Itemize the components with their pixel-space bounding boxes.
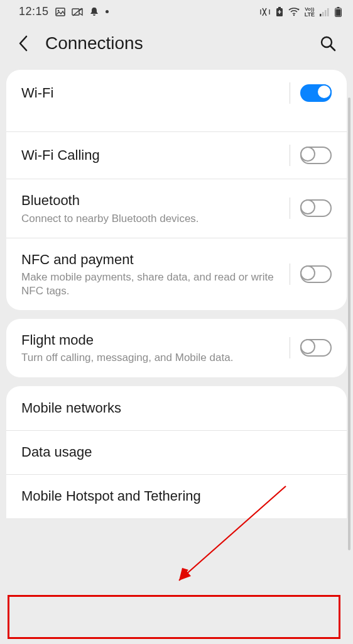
camera-off-icon — [72, 8, 83, 16]
annotation-highlight-box — [8, 595, 340, 639]
svg-marker-18 — [179, 568, 188, 580]
setting-nfc[interactable]: NFC and payment Make mobile payments, sh… — [6, 238, 347, 310]
svg-rect-11 — [327, 8, 329, 16]
svg-rect-5 — [278, 7, 281, 8]
setting-title: Mobile Hotspot and Tethering — [21, 487, 324, 505]
svg-line-3 — [73, 8, 82, 16]
setting-wifi-calling[interactable]: Wi-Fi Calling — [6, 131, 347, 179]
setting-subtitle: Turn off calling, messaging, and Mobile … — [21, 351, 282, 364]
status-bar: 12:15 + Vo))LTE — [0, 0, 353, 21]
status-left: 12:15 — [19, 5, 109, 18]
svg-rect-2 — [72, 9, 79, 15]
setting-title: Wi-Fi — [21, 84, 282, 102]
search-icon — [320, 35, 336, 52]
setting-subtitle: Connect to nearby Bluetooth devices. — [21, 212, 282, 225]
chevron-left-icon — [18, 35, 29, 52]
setting-title: Flight mode — [21, 331, 282, 349]
setting-title: Mobile networks — [21, 399, 324, 417]
svg-line-16 — [330, 46, 335, 50]
svg-rect-10 — [325, 10, 327, 16]
status-time: 12:15 — [19, 5, 49, 18]
battery-icon — [335, 7, 342, 17]
header: Connections — [0, 21, 353, 70]
signal-icon — [320, 8, 330, 16]
svg-point-1 — [57, 9, 59, 11]
setting-wifi[interactable]: Wi-Fi — [6, 70, 347, 131]
setting-subtitle: Make mobile payments, share data, and re… — [21, 270, 282, 297]
back-button[interactable] — [14, 34, 33, 53]
settings-group: Flight mode Turn off calling, messaging,… — [6, 319, 347, 377]
image-icon — [55, 7, 65, 17]
svg-point-6 — [293, 14, 294, 15]
scrollbar[interactable] — [348, 97, 350, 550]
wifi-icon: + — [288, 8, 300, 16]
settings-content: Wi-Fi Wi-Fi Calling Bluetooth Connect to… — [0, 70, 353, 518]
page-title: Connections — [45, 33, 304, 53]
bluetooth-toggle[interactable] — [300, 199, 332, 217]
vibrate-icon — [259, 7, 271, 17]
more-notifications-dot — [106, 10, 109, 13]
nfc-toggle[interactable] — [300, 265, 332, 283]
svg-rect-8 — [320, 14, 322, 16]
settings-group: Mobile networks Data usage Mobile Hotspo… — [6, 386, 347, 518]
status-right: + Vo))LTE — [259, 7, 342, 17]
setting-bluetooth[interactable]: Bluetooth Connect to nearby Bluetooth de… — [6, 179, 347, 238]
setting-title: Data usage — [21, 443, 324, 461]
svg-rect-14 — [337, 7, 340, 8]
volte-icon: Vo))LTE — [305, 7, 315, 17]
search-button[interactable] — [317, 32, 339, 55]
setting-data-usage[interactable]: Data usage — [6, 430, 347, 474]
setting-title: Bluetooth — [21, 192, 282, 209]
setting-flight-mode[interactable]: Flight mode Turn off calling, messaging,… — [6, 319, 347, 377]
setting-title: Wi-Fi Calling — [21, 147, 282, 164]
battery-saver-icon — [276, 7, 283, 17]
settings-group: Wi-Fi Wi-Fi Calling Bluetooth Connect to… — [6, 70, 347, 310]
dnd-icon — [89, 7, 99, 17]
svg-text:+: + — [298, 8, 300, 11]
svg-rect-13 — [336, 9, 341, 16]
flight-mode-toggle[interactable] — [300, 339, 332, 357]
svg-marker-19 — [179, 571, 191, 580]
wifi-toggle[interactable] — [300, 84, 332, 102]
setting-mobile-hotspot[interactable]: Mobile Hotspot and Tethering — [6, 474, 347, 518]
wifi-calling-toggle[interactable] — [300, 147, 332, 164]
setting-mobile-networks[interactable]: Mobile networks — [6, 386, 347, 430]
setting-title: NFC and payment — [21, 251, 282, 269]
svg-rect-9 — [322, 12, 324, 16]
